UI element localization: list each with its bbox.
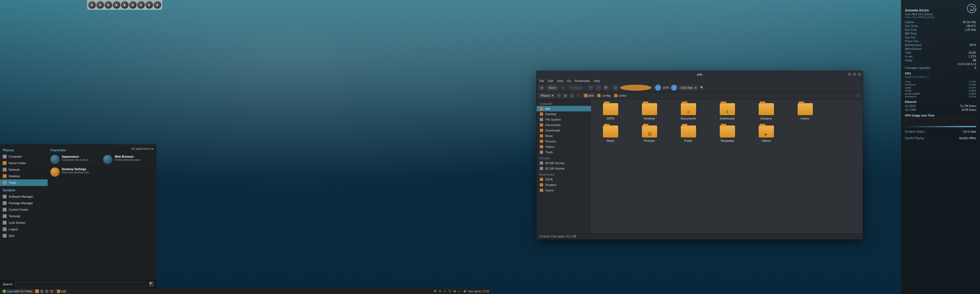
reload-button[interactable]: ⟳	[603, 85, 609, 91]
steam-icon[interactable]: ●	[96, 1, 104, 9]
skype-icon[interactable]: ●	[154, 1, 161, 9]
remove-button[interactable]: −	[595, 85, 601, 91]
system-logout[interactable]: Logout	[0, 226, 48, 232]
folder-insync[interactable]: Insync	[789, 103, 821, 120]
window-titlebar[interactable]: erik	[536, 71, 863, 78]
show-desktop-icon[interactable]	[35, 289, 39, 293]
menu-view[interactable]: View	[557, 79, 563, 83]
path-end-button[interactable]: ▸	[856, 93, 861, 98]
tray-bluetooth-icon[interactable]: ᛒ	[458, 290, 462, 293]
path-close-button[interactable]: ✕	[557, 93, 561, 98]
tray-shield-icon[interactable]: ⛨	[434, 290, 437, 293]
tray-network-icon[interactable]: 🖧	[453, 290, 457, 293]
search-button[interactable]: 🔍	[149, 282, 154, 287]
sidebar-bookmark-insync[interactable]: Insync	[536, 188, 591, 193]
favorite-appearance[interactable]: AppearanceCustomize the look of …	[50, 155, 100, 164]
places-dropdown[interactable]: Places	[539, 93, 555, 98]
menu-edit[interactable]: Edit	[548, 79, 553, 83]
screenshot-icon[interactable]: ●	[137, 1, 145, 9]
menu-help[interactable]: Help	[594, 79, 600, 83]
menu-file[interactable]: File	[539, 79, 544, 83]
add-button[interactable]: +	[588, 85, 594, 91]
search-input[interactable]	[15, 281, 147, 287]
back-button-arrow[interactable]: ◂	[539, 85, 545, 91]
taskbar-clock[interactable]: Sun Jan 8, 17:16	[468, 290, 489, 293]
media-icon[interactable]: ●	[129, 1, 137, 9]
folder-documents[interactable]: 🗎Documents	[673, 103, 704, 120]
back-button[interactable]: Back	[546, 85, 558, 91]
breadcrumb-erik[interactable]: erik	[582, 93, 595, 98]
sidebar-computer-desktop[interactable]: Desktop	[536, 111, 591, 117]
minimize-button[interactable]	[848, 73, 851, 76]
tray-update-icon[interactable]: ⟳	[439, 290, 442, 293]
zoom-out-button[interactable]: −	[655, 85, 661, 91]
close-button[interactable]	[858, 73, 861, 76]
zoom-in-button[interactable]: +	[671, 85, 677, 91]
open-folder-button[interactable]	[620, 85, 651, 91]
sidebar-device-82-gb-volume[interactable]: 82 GB Volume	[536, 166, 591, 171]
maximize-button[interactable]	[853, 73, 856, 76]
path-next-button[interactable]: ▸	[576, 93, 581, 98]
view-mode-dropdown[interactable]: Icon View	[679, 86, 697, 90]
path-note-button[interactable]: ▮	[563, 93, 568, 98]
place-network[interactable]: Network	[0, 166, 48, 173]
favorite-desktop-settings[interactable]: Desktop SettingsFine-tune desktop sett…	[50, 167, 100, 177]
quick-launch-2[interactable]	[45, 289, 49, 293]
place-computer[interactable]: Computer	[0, 153, 48, 160]
search-icon[interactable]: 🔍	[699, 85, 705, 91]
firefox-icon[interactable]: ●	[88, 1, 96, 9]
twitter-icon[interactable]: ●	[121, 1, 129, 9]
sidebar-computer-documents[interactable]: Documents	[536, 122, 591, 128]
sidebar-computer-downloads[interactable]: Downloads	[536, 128, 591, 133]
system-lock-screen[interactable]: Lock Screen	[0, 219, 48, 226]
sidebar-device-84-gb-volume[interactable]: 84 GB Volume	[536, 161, 591, 166]
quick-launch-3[interactable]	[50, 289, 54, 293]
breadcrumb-conky[interactable]: conky	[612, 93, 628, 98]
forward-button-arrow[interactable]: ▸	[560, 85, 566, 91]
path-prev-button[interactable]: ◂	[570, 93, 574, 98]
taskbar-window-erik[interactable]: erik	[55, 289, 68, 294]
monitor-icon[interactable]: ●	[145, 1, 153, 9]
place-trash[interactable]: Trash	[0, 180, 48, 186]
place-desktop[interactable]: Desktop	[0, 173, 48, 180]
sidebar-computer-pictures[interactable]: Pictures	[536, 138, 591, 144]
system-software-manager[interactable]: Software Manager	[0, 193, 48, 200]
menu-button[interactable]: Linux Mint 18.1 Mate	[1, 289, 34, 294]
tray-display-icon[interactable]: 🖵	[449, 290, 452, 293]
folder-pictures[interactable]: 🖼Pictures	[634, 126, 665, 142]
quick-launch-1[interactable]	[40, 289, 44, 293]
folder-public[interactable]: Public	[673, 126, 704, 142]
system-quit[interactable]: Quit	[0, 232, 48, 239]
folder-videos[interactable]: ▶Videos	[751, 126, 782, 142]
all-applications-link[interactable]: All applications ▸	[132, 147, 154, 151]
tray-dropbox-icon[interactable]: ◇	[444, 290, 447, 293]
home-button[interactable]: ⌂	[612, 85, 619, 91]
item-icon	[540, 129, 543, 132]
folder-music[interactable]: ♪Music	[595, 126, 626, 142]
system-package-manager[interactable]: Package Manager	[0, 200, 48, 207]
system-terminal[interactable]: Terminal	[0, 213, 48, 219]
folder-data[interactable]: DATA	[595, 103, 626, 120]
sidebar-computer-videos[interactable]: Videos	[536, 144, 591, 149]
sidebar-computer-music[interactable]: Music	[536, 133, 591, 138]
tray-volume-icon[interactable]: 🔊	[463, 290, 466, 293]
sidebar-computer-file-system[interactable]: File System	[536, 117, 591, 122]
sidebar-bookmark-dropbox[interactable]: Dropbox	[536, 182, 591, 188]
system-control-center[interactable]: Control Center	[0, 207, 48, 213]
sidebar-computer-trash[interactable]: Trash	[536, 149, 591, 155]
favorite-web-browser[interactable]: Web BrowserFirefox Web Browser	[103, 155, 153, 164]
menu-bookmarks[interactable]: Bookmarks	[575, 79, 590, 83]
folder-templates[interactable]: Templates	[711, 126, 743, 142]
menu-go[interactable]: Go	[567, 79, 571, 83]
settings-icon[interactable]: ●	[113, 1, 120, 9]
sidebar-computer-erik[interactable]: erik	[536, 106, 591, 111]
folder-dropbox[interactable]: Dropbox	[751, 103, 782, 120]
files-icon[interactable]: ●	[105, 1, 112, 9]
breadcrumb-.config[interactable]: .config	[596, 93, 612, 98]
sidebar-bookmark-data[interactable]: DATA	[536, 177, 591, 182]
folder-view[interactable]: DATADesktop🗎Documents⬇DownloadsDropboxIn…	[591, 99, 863, 233]
folder-downloads[interactable]: ⬇Downloads	[711, 103, 743, 120]
place-home-folder[interactable]: Home Folder	[0, 160, 48, 166]
forward-button[interactable]: Forward	[568, 85, 584, 91]
folder-desktop[interactable]: Desktop	[634, 103, 665, 120]
